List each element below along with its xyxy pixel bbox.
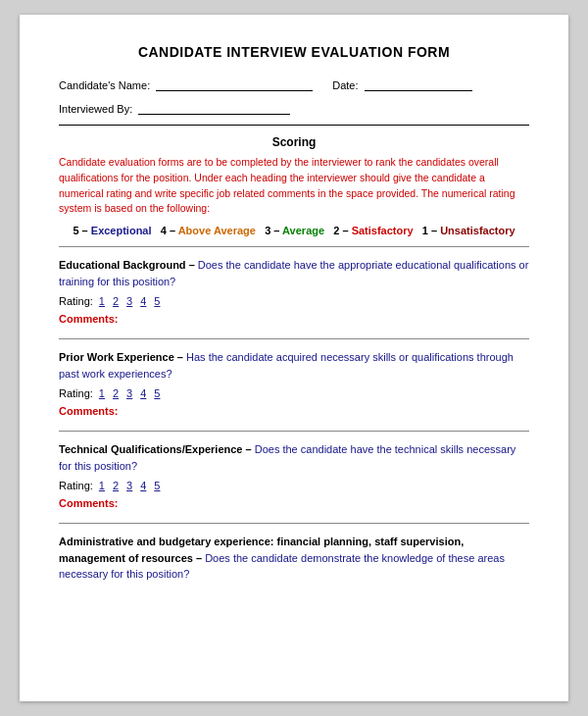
scale-5-num: 5 – [73, 225, 90, 236]
scale-4-label: Above Average [178, 225, 256, 236]
category-administrative: Administrative and budgetary experience:… [59, 534, 529, 583]
prior-work-question: Prior Work Experience – Has the candidat… [59, 349, 529, 382]
educational-bold: Educational Background – [59, 259, 198, 271]
candidates-name-label: Candidate's Name: [59, 79, 150, 91]
date-label: Date: [332, 79, 358, 91]
prior-work-comments-label: Comments: [59, 405, 529, 417]
date-input[interactable] [365, 77, 472, 91]
educational-divider [59, 338, 529, 339]
prior-work-rating-row: Rating: 1 2 3 4 5 [59, 387, 529, 399]
prior-work-rating-label: Rating: [59, 387, 93, 399]
scoring-description: Candidate evaluation forms are to be com… [59, 155, 529, 217]
prior-work-rating-nums: 1 2 3 4 5 [99, 387, 161, 399]
form-page: CANDIDATE INTERVIEW EVALUATION FORM Cand… [20, 15, 568, 701]
educational-rating-5[interactable]: 5 [154, 295, 160, 307]
educational-rating-row: Rating: 1 2 3 4 5 [59, 295, 529, 307]
educational-question: Educational Background – Does the candid… [59, 257, 529, 289]
technical-rating-row: Rating: 1 2 3 4 5 [59, 480, 529, 491]
scale-4-num: 4 – [161, 225, 178, 236]
rating-scale: 5 – Exceptional 4 – Above Average 3 – Av… [59, 225, 529, 236]
educational-rating-4[interactable]: 4 [140, 295, 146, 307]
prior-work-bold: Prior Work Experience – [59, 351, 186, 363]
technical-bold: Technical Qualifications/Experience – [59, 443, 255, 455]
interviewed-by-row: Interviewed By: [59, 101, 529, 115]
prior-work-rating-5[interactable]: 5 [154, 387, 160, 399]
technical-rating-4[interactable]: 4 [140, 480, 146, 491]
category-educational: Educational Background – Does the candid… [59, 257, 529, 325]
top-divider [59, 125, 529, 126]
candidates-name-group: Candidate's Name: [59, 77, 313, 91]
educational-rating-nums: 1 2 3 4 5 [99, 295, 161, 307]
category-technical: Technical Qualifications/Experience – Do… [59, 441, 529, 509]
technical-rating-3[interactable]: 3 [126, 480, 132, 491]
interviewed-by-group: Interviewed By: [59, 101, 290, 115]
prior-work-rating-2[interactable]: 2 [113, 387, 119, 399]
technical-rating-1[interactable]: 1 [99, 480, 105, 491]
category-prior-work: Prior Work Experience – Has the candidat… [59, 349, 529, 417]
interviewed-by-label: Interviewed By: [59, 103, 132, 115]
technical-comments-label: Comments: [59, 497, 529, 509]
technical-divider [59, 523, 529, 524]
prior-work-rating-4[interactable]: 4 [140, 387, 146, 399]
scale-1-num: 1 – [422, 225, 440, 236]
scale-5-label: Exceptional [91, 225, 152, 236]
educational-rating-3[interactable]: 3 [126, 295, 132, 307]
scale-2-num: 2 – [333, 225, 351, 236]
educational-rating-2[interactable]: 2 [113, 295, 119, 307]
scale-2-label: Satisfactory [352, 225, 414, 236]
scoring-divider [59, 246, 529, 247]
scale-3-label: Average [282, 225, 324, 236]
educational-comments-label: Comments: [59, 313, 529, 325]
administrative-question: Administrative and budgetary experience:… [59, 534, 529, 583]
educational-rating-label: Rating: [59, 295, 93, 307]
educational-rating-1[interactable]: 1 [99, 295, 105, 307]
candidates-name-row: Candidate's Name: Date: [59, 77, 529, 91]
technical-rating-nums: 1 2 3 4 5 [99, 480, 161, 491]
scale-1-label: Unsatisfactory [440, 225, 514, 236]
scale-3-num: 3 – [265, 225, 282, 236]
scoring-title: Scoring [59, 135, 529, 149]
form-title: CANDIDATE INTERVIEW EVALUATION FORM [59, 44, 529, 60]
scoring-section: Scoring Candidate evaluation forms are t… [59, 135, 529, 236]
technical-question: Technical Qualifications/Experience – Do… [59, 441, 529, 474]
technical-rating-label: Rating: [59, 480, 93, 491]
prior-work-rating-1[interactable]: 1 [99, 387, 105, 399]
technical-rating-5[interactable]: 5 [154, 480, 160, 491]
technical-rating-2[interactable]: 2 [113, 480, 119, 491]
date-group: Date: [332, 77, 471, 91]
prior-work-rating-3[interactable]: 3 [126, 387, 132, 399]
interviewed-by-input[interactable] [138, 101, 290, 115]
prior-work-divider [59, 431, 529, 432]
candidates-name-input[interactable] [156, 77, 313, 91]
